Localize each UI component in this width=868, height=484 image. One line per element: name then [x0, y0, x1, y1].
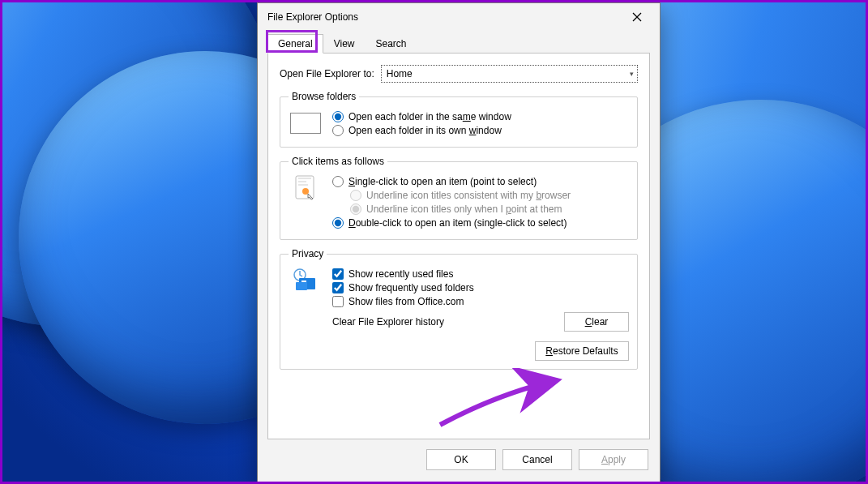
radio-same-window[interactable]	[332, 111, 344, 122]
checkbox-office-files-label: Show files from Office.com	[348, 296, 464, 307]
apply-button: Apply	[579, 449, 648, 470]
radio-underline-browser	[350, 190, 361, 201]
radio-double-click[interactable]	[332, 217, 344, 229]
svg-rect-7	[296, 282, 307, 290]
window-title: File Explorer Options	[267, 11, 358, 23]
cursor-click-icon	[289, 173, 323, 203]
clear-history-label: Clear File Explorer history	[332, 316, 558, 328]
radio-underline-browser-label: Underline icon titles consistent with my…	[366, 190, 571, 201]
close-icon	[632, 12, 642, 22]
titlebar[interactable]: File Explorer Options	[258, 3, 660, 31]
click-items-legend: Click items as follows	[289, 156, 387, 167]
quick-access-icon	[289, 266, 323, 295]
checkbox-office-files[interactable]	[332, 296, 344, 307]
dialog-button-row: OK Cancel Apply	[258, 449, 660, 470]
checkbox-frequent-folders-label: Show frequently used folders	[348, 282, 474, 293]
cancel-button[interactable]: Cancel	[502, 449, 572, 470]
privacy-legend: Privacy	[289, 248, 327, 259]
restore-defaults-button[interactable]: Restore Defaults	[535, 341, 629, 361]
tab-general[interactable]: General	[267, 34, 323, 54]
radio-underline-point-label: Underline icon titles only when I point …	[366, 203, 562, 215]
tab-strip: General View Search	[258, 31, 660, 54]
radio-own-window[interactable]	[332, 125, 344, 136]
chevron-down-icon: ▾	[630, 70, 634, 78]
radio-double-click-label: Double-click to open an item (single-cli…	[348, 217, 567, 229]
checkbox-recent-files-label: Show recently used files	[348, 268, 453, 280]
radio-same-window-label: Open each folder in the same window	[348, 111, 511, 122]
ok-button[interactable]: OK	[426, 449, 496, 470]
combo-value: Home	[387, 68, 413, 79]
open-file-explorer-to-combo[interactable]: Home ▾	[381, 65, 638, 83]
click-items-group: Click items as follows Single-click to o…	[280, 156, 638, 240]
close-button[interactable]	[621, 6, 653, 28]
browse-folders-group: Browse folders Open each folder in the s…	[280, 91, 638, 148]
tab-view[interactable]: View	[323, 34, 366, 54]
open-file-explorer-to-label: Open File Explorer to:	[280, 68, 374, 79]
file-explorer-options-dialog: File Explorer Options General View Searc…	[257, 2, 661, 484]
window-icon	[289, 109, 323, 138]
browse-folders-legend: Browse folders	[289, 91, 359, 102]
radio-single-click-label: Single-click to open an item (point to s…	[348, 176, 537, 187]
svg-rect-2	[296, 176, 314, 199]
tab-content-general: Open File Explorer to: Home ▾ Browse fol…	[267, 54, 650, 439]
checkbox-frequent-folders[interactable]	[332, 282, 344, 293]
clear-button[interactable]: Clear	[564, 312, 629, 332]
radio-single-click[interactable]	[332, 176, 344, 187]
radio-own-window-label: Open each folder in its own window	[348, 125, 502, 136]
tab-search[interactable]: Search	[366, 34, 417, 54]
checkbox-recent-files[interactable]	[332, 268, 344, 280]
radio-underline-point	[350, 203, 361, 215]
privacy-group: Privacy Show recently used files	[280, 248, 638, 370]
